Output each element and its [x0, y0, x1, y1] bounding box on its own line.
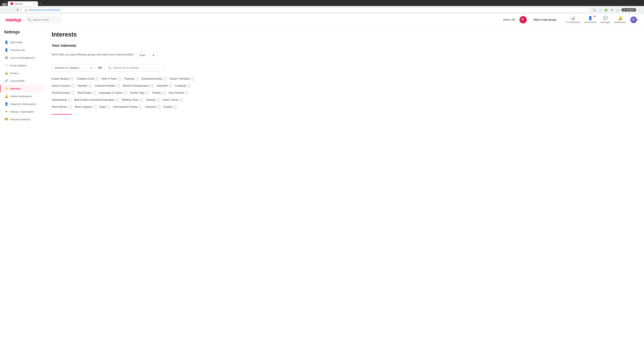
add-new-parents-button[interactable]: +: [185, 91, 188, 95]
sidebar-item-email-updates[interactable]: ✉️ Email Updates: [0, 61, 44, 69]
window-button[interactable]: ⬜: [615, 8, 620, 12]
add-real-estate-button[interactable]: +: [92, 91, 96, 95]
sidebar-item-privacy[interactable]: 🔒 Privacy: [0, 69, 44, 77]
sidebar-item-meetup-plus[interactable]: ✦ Meetup+ Subscription: [0, 108, 44, 115]
forward-button[interactable]: →: [9, 7, 14, 12]
sidebar-item-personal-info[interactable]: 👤 Personal Info: [0, 46, 44, 54]
interest-real-estate-investment[interactable]: Real Estate Investment Education +: [74, 98, 119, 102]
header-search[interactable]: 🔍: [25, 16, 62, 23]
nav-pro-dashboard[interactable]: 📊 Pro Dashboard: [566, 16, 580, 23]
interest-gentle-yoga[interactable]: Gentle Yoga +: [130, 91, 149, 95]
interest-english[interactable]: English +: [164, 105, 177, 109]
reload-button[interactable]: ↻: [16, 7, 20, 12]
download-button[interactable]: ⬇: [610, 8, 614, 12]
add-cultural-activities-button[interactable]: +: [116, 84, 120, 88]
extensions-button[interactable]: 🧩: [604, 8, 609, 12]
add-creative-circle-button[interactable]: +: [95, 77, 99, 81]
add-career-transition-button[interactable]: +: [191, 77, 194, 81]
add-creativity-button[interactable]: +: [187, 84, 191, 88]
sidebar-item-account-management[interactable]: ⚙️ Account Management: [0, 54, 44, 61]
add-dogs-button[interactable]: +: [107, 105, 110, 109]
nav-connections[interactable]: 👤 Connections: [584, 16, 596, 23]
sidebar-item-social-media[interactable]: 🔗 Social Media: [0, 77, 44, 85]
interest-creative-circle[interactable]: Creative Circle +: [77, 77, 99, 81]
add-theater-button[interactable]: +: [162, 91, 166, 95]
interest-entrepreneurship[interactable]: Entrepreneurship +: [142, 77, 167, 81]
add-empty-nesters-button[interactable]: +: [70, 77, 74, 81]
avatar-area[interactable]: M ▾: [630, 16, 639, 23]
interest-nonprofit[interactable]: Nonprofit +: [157, 84, 172, 88]
interest-moms-support[interactable]: Moms Support +: [74, 105, 96, 109]
sidebar-item-payment-methods[interactable]: 💳 Payment Methods: [0, 115, 44, 123]
meetup-logo[interactable]: meetup: [5, 16, 21, 23]
user-avatar[interactable]: M: [630, 16, 637, 23]
add-volunteering-button[interactable]: +: [68, 98, 71, 102]
active-tab[interactable]: Interests ✕: [8, 1, 38, 6]
start-group-button[interactable]: Start a new group: [531, 17, 559, 23]
add-entrepreneurship-button[interactable]: +: [163, 77, 167, 81]
interest-gaming[interactable]: Gaming +: [146, 98, 160, 102]
menu-button[interactable]: ⋮: [637, 8, 642, 12]
add-real-estate-investment-button[interactable]: +: [116, 98, 119, 102]
add-new-in-town-button[interactable]: +: [118, 77, 122, 81]
tab-close-button[interactable]: ✕: [33, 2, 35, 5]
interest-new-in-town[interactable]: New In Town +: [102, 77, 122, 81]
bookmark-button[interactable]: ☆: [598, 8, 602, 12]
add-moms-support-button[interactable]: +: [93, 105, 97, 109]
interest-spanish[interactable]: Spanish +: [78, 84, 92, 88]
search-red-button[interactable]: 🔍: [520, 16, 527, 23]
add-nonprofit-button[interactable]: +: [169, 84, 172, 88]
interest-cultural-activities[interactable]: Cultural Activities +: [94, 84, 120, 88]
address-bar[interactable]: 🔒 meetup.com/account/interests/: [22, 7, 590, 12]
interest-painting[interactable]: Painting +: [124, 77, 139, 81]
interest-real-estate[interactable]: Real Estate +: [77, 91, 96, 95]
interest-empty-nesters[interactable]: Empty Nesters +: [52, 77, 74, 81]
add-english-button[interactable]: +: [174, 105, 177, 109]
interest-career-transition[interactable]: Career Transition +: [170, 77, 195, 81]
interest-search-input[interactable]: [113, 66, 160, 69]
location-display[interactable]: Dover, DE: [503, 18, 515, 21]
tab-list-button[interactable]: ▼: [2, 3, 7, 6]
distance-select[interactable]: 5 mi ▾: [137, 52, 157, 59]
nav-notifications[interactable]: 🔔 Notifications: [614, 16, 626, 23]
sidebar-item-organizer-subscription[interactable]: 👤 Organizer Subscription: [0, 100, 44, 108]
add-spanish-button[interactable]: +: [88, 84, 92, 88]
interest-small-business[interactable]: Small Business +: [52, 91, 75, 95]
add-short-stories-button[interactable]: +: [68, 105, 72, 109]
interest-walking-tours[interactable]: Walking Tours +: [122, 98, 143, 102]
interest-indoor-tennis[interactable]: Indoor Tennis +: [163, 98, 184, 102]
add-women-entrepreneurs-button[interactable]: +: [150, 84, 154, 88]
nav-messages[interactable]: 💬 Messages: [600, 16, 610, 23]
interest-literature[interactable]: Literature +: [145, 105, 161, 109]
interest-new-parents[interactable]: New Parents +: [168, 91, 189, 95]
interest-dance-lessons[interactable]: Dance Lessons +: [52, 84, 75, 88]
new-tab-button[interactable]: +: [38, 1, 43, 6]
interest-international-friends[interactable]: International Friends +: [113, 105, 142, 109]
add-international-friends-button[interactable]: +: [138, 105, 142, 109]
add-small-business-button[interactable]: +: [71, 91, 75, 95]
add-language-culture-button[interactable]: +: [124, 91, 127, 95]
interest-volunteering[interactable]: Volunteering +: [52, 98, 71, 102]
add-painting-button[interactable]: +: [135, 77, 139, 81]
sidebar-item-edit-profile[interactable]: 👤 Edit Profile: [0, 38, 44, 46]
interest-language-culture[interactable]: Language & Culture +: [98, 91, 127, 95]
interest-dogs[interactable]: Dogs +: [100, 105, 110, 109]
interest-theater[interactable]: Theater +: [152, 91, 166, 95]
add-gentle-yoga-button[interactable]: +: [146, 91, 149, 95]
search-toolbar-button[interactable]: 🔍: [592, 8, 597, 12]
add-walking-tours-button[interactable]: +: [140, 98, 143, 102]
interest-short-stories[interactable]: Short Stories +: [52, 105, 72, 109]
interest-women-entrepreneurs[interactable]: Women Entrepreneurs +: [122, 84, 154, 88]
interest-creativity[interactable]: Creativity +: [175, 84, 191, 88]
sidebar-item-mobile-notifications[interactable]: 🔔 Mobile Notifications: [0, 92, 44, 100]
interest-search-box[interactable]: 🔍: [105, 64, 165, 71]
add-literature-button[interactable]: +: [157, 105, 161, 109]
search-events-input[interactable]: [33, 18, 60, 21]
interest-label: Nonprofit: [157, 84, 168, 87]
add-indoor-tennis-button[interactable]: +: [180, 98, 183, 102]
sidebar-item-interests[interactable]: ⭐ Interests: [0, 85, 44, 92]
add-gaming-button[interactable]: +: [156, 98, 160, 102]
back-button[interactable]: ←: [2, 7, 7, 12]
browse-category-select[interactable]: Browse by Category ▾: [52, 64, 95, 71]
add-dance-lessons-button[interactable]: +: [71, 84, 75, 88]
